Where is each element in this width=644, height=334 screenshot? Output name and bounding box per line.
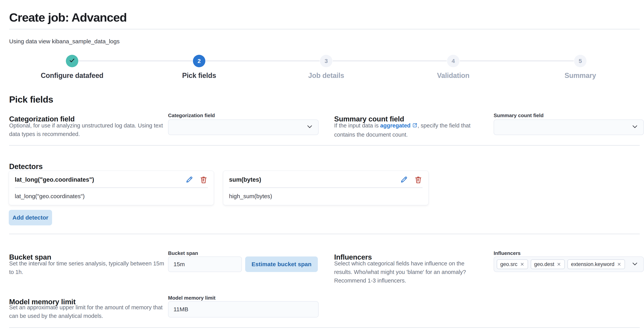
step-5-label: Summary	[517, 72, 644, 80]
bucket-span-label: Bucket span	[168, 250, 198, 256]
detector-card: sum(bytes) high_sum(bytes)	[223, 170, 428, 205]
summary-count-field-description: If the input data is aggregated, specify…	[334, 121, 479, 139]
detector-title: sum(bytes)	[229, 176, 261, 183]
delete-detector-button[interactable]	[199, 176, 208, 184]
page-title: Create job: Advanced	[9, 10, 127, 24]
add-detector-button[interactable]: Add detector	[9, 210, 52, 226]
step-connector	[460, 60, 574, 61]
step-connector	[206, 60, 320, 61]
step-configure-datafeed[interactable]: Configure datafeed	[8, 55, 136, 80]
step-3-number: 3	[324, 58, 328, 64]
model-memory-limit-input[interactable]	[168, 301, 318, 318]
chevron-down-icon	[631, 260, 638, 268]
detector-card: lat_long("geo.coordinates") lat_long("ge…	[9, 170, 214, 205]
chevron-down-icon	[306, 123, 313, 132]
step-2-label: Pick fields	[136, 72, 263, 80]
step-4-number: 4	[452, 58, 455, 64]
summary-count-desc-prefix: If the input data is	[334, 122, 380, 129]
influencer-tag: geo.dest	[531, 260, 565, 269]
remove-tag-icon[interactable]	[617, 262, 622, 266]
step-3-label: Job details	[263, 72, 390, 80]
detectors-heading: Detectors	[9, 162, 43, 171]
check-icon	[69, 57, 76, 65]
step-job-details[interactable]: 3 Job details	[263, 55, 390, 80]
chevron-down-icon	[631, 123, 638, 132]
influencer-tag: geo.src	[497, 260, 528, 269]
divider	[9, 29, 640, 29]
influencer-tag-label: extension.keyword	[571, 261, 614, 267]
bucket-span-input[interactable]	[168, 256, 242, 272]
step-1-circle[interactable]	[66, 55, 78, 67]
influencers-description: Select which categorical fields have inf…	[334, 259, 479, 285]
influencers-label: Influencers	[494, 250, 521, 256]
influencer-tag-label: geo.src	[500, 261, 518, 267]
step-4-label: Validation	[390, 72, 517, 80]
step-validation[interactable]: 4 Validation	[390, 55, 517, 80]
influencer-tag: extension.keyword	[568, 260, 625, 269]
edit-detector-button[interactable]	[400, 176, 408, 184]
step-5-circle[interactable]: 5	[574, 55, 586, 67]
detector-description: high_sum(bytes)	[229, 193, 422, 200]
edit-detector-button[interactable]	[185, 176, 194, 184]
divider	[15, 188, 208, 188]
categorization-field-select[interactable]	[168, 120, 318, 135]
step-connector	[333, 60, 446, 61]
detector-description: lat_long("geo.coordinates")	[15, 193, 208, 200]
divider	[229, 188, 422, 188]
model-memory-limit-label: Model memory limit	[168, 295, 216, 301]
step-5-number: 5	[579, 58, 582, 64]
step-2-number: 2	[198, 58, 201, 64]
section-heading-pick-fields: Pick fields	[9, 94, 53, 105]
wizard-steps: Configure datafeed 2 Pick fields 3 Job d…	[8, 55, 644, 86]
delete-detector-button[interactable]	[414, 176, 422, 184]
divider	[9, 328, 640, 328]
step-pick-fields[interactable]: 2 Pick fields	[136, 55, 263, 80]
data-view-subtitle: Using data view kibana_sample_data_logs	[9, 38, 120, 45]
categorization-field-description: Optional, for use if analyzing unstructu…	[9, 121, 166, 138]
step-3-circle[interactable]: 3	[320, 55, 332, 67]
bucket-span-description: Set the interval for time series analysi…	[9, 259, 166, 276]
remove-tag-icon[interactable]	[520, 262, 524, 266]
divider	[9, 145, 640, 146]
influencers-combobox[interactable]: geo.src geo.dest extension.keyword	[494, 256, 644, 272]
influencer-tag-label: geo.dest	[534, 261, 554, 267]
step-4-circle[interactable]: 4	[447, 55, 460, 67]
remove-tag-icon[interactable]	[556, 262, 561, 266]
step-1-label: Configure datafeed	[8, 72, 136, 80]
external-link-icon	[412, 122, 418, 130]
summary-count-field-label: Summary count field	[494, 112, 544, 118]
estimate-bucket-span-button[interactable]: Estimate bucket span	[245, 256, 318, 272]
step-summary[interactable]: 5 Summary	[517, 55, 644, 80]
categorization-field-label: Categorization field	[168, 112, 215, 118]
divider	[9, 234, 640, 234]
summary-count-field-select[interactable]	[494, 120, 644, 135]
step-2-circle[interactable]: 2	[193, 55, 205, 67]
detector-title: lat_long("geo.coordinates")	[15, 176, 94, 183]
model-memory-limit-description: Set an approximate upper limit for the a…	[9, 303, 166, 320]
step-connector	[79, 60, 192, 61]
aggregated-link[interactable]: aggregated	[380, 122, 410, 129]
